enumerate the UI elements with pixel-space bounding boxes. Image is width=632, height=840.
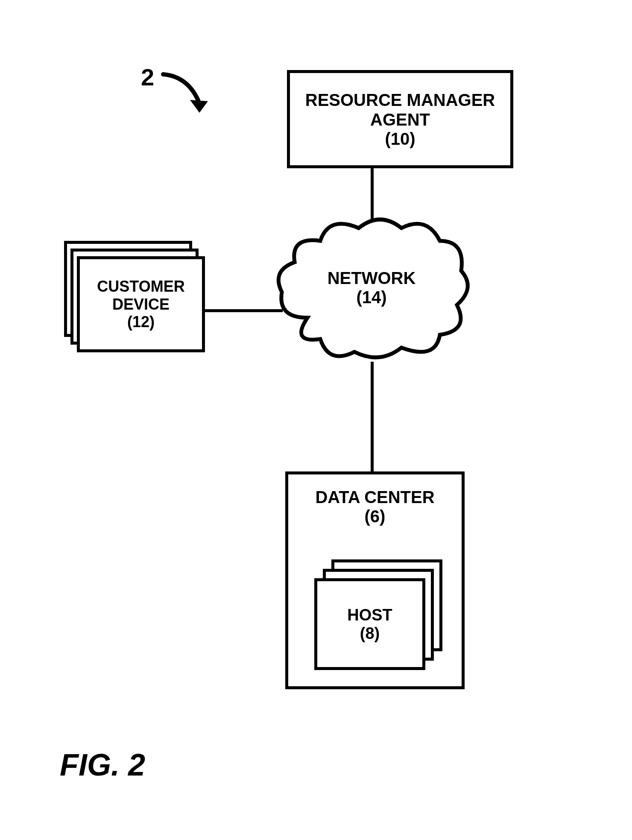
customer-device-box: CUSTOMER DEVICE (12) [77, 256, 205, 352]
network-cloud: NETWORK (14) [273, 211, 470, 365]
rma-title-line1: RESOURCE MANAGER [305, 90, 495, 110]
resource-manager-agent-box: RESOURCE MANAGER AGENT (10) [287, 70, 513, 168]
host-stack: HOST (8) [306, 559, 447, 670]
figure-label: FIG. 2 [60, 747, 145, 782]
rma-title-line2: AGENT [370, 110, 430, 129]
host-box: HOST (8) [314, 578, 425, 670]
figure-diagram: 2 RESOURCE MANAGER AGENT (10) CUSTOMER D… [0, 0, 632, 840]
dc-title: DATA CENTER [315, 487, 434, 507]
network-number: (14) [356, 288, 386, 307]
reference-arrow-icon [159, 70, 214, 121]
cd-number: (12) [127, 313, 155, 331]
cd-title-line1: CUSTOMER [97, 278, 184, 295]
customer-device-stack: CUSTOMER DEVICE (12) [64, 241, 205, 352]
connector-network-datacenter [371, 362, 374, 472]
connector-customer-network [205, 309, 283, 312]
dc-number: (6) [365, 507, 386, 526]
rma-number: (10) [385, 129, 415, 149]
svg-marker-0 [190, 100, 208, 113]
reference-number: 2 [141, 63, 154, 91]
host-number: (8) [360, 624, 380, 643]
network-title: NETWORK [328, 269, 416, 288]
host-title: HOST [347, 606, 392, 624]
cd-title-line2: DEVICE [112, 296, 170, 313]
